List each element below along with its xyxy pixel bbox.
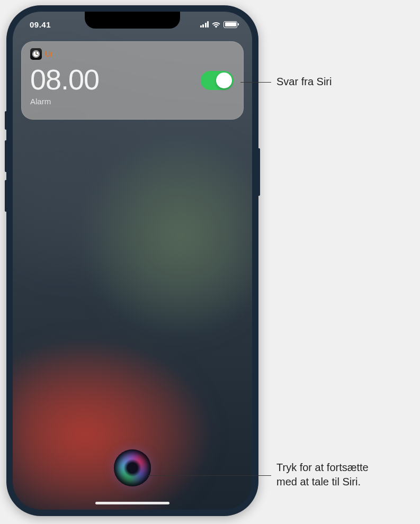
iphone-device-frame: 09.41: [6, 5, 258, 516]
callout-line2: med at tale til Siri.: [276, 476, 361, 487]
callout-line1: Tryk for at fortsætte: [276, 462, 369, 473]
battery-icon: [224, 21, 237, 28]
notch: [85, 12, 180, 29]
card-header: Ur: [30, 48, 235, 60]
clock-app-icon: [30, 48, 42, 60]
status-time: 09.41: [30, 20, 51, 29]
status-icons-group: [200, 21, 238, 28]
alarm-label: Alarm: [30, 97, 235, 106]
home-indicator[interactable]: [95, 502, 169, 504]
card-app-name: Ur: [45, 50, 53, 58]
callout-leader-line: [148, 475, 271, 476]
toggle-knob: [216, 73, 232, 88]
callout-label-top: Svar fra Siri: [276, 76, 332, 88]
alarm-toggle[interactable]: [201, 71, 234, 90]
siri-response-card: Ur 08.00 Alarm: [21, 41, 244, 120]
volume-up-button: [5, 140, 7, 172]
side-button: [258, 148, 260, 196]
callout-leader-line: [240, 82, 271, 83]
cellular-signal-icon: [200, 21, 209, 28]
mute-switch: [5, 111, 7, 130]
phone-screen: 09.41: [13, 12, 252, 510]
wifi-icon: [211, 21, 221, 28]
siri-orb-button[interactable]: [114, 449, 151, 486]
callout-label-bottom: Tryk for at fortsætte med at tale til Si…: [276, 460, 409, 489]
svg-point-5: [35, 53, 37, 55]
volume-down-button: [5, 180, 7, 212]
